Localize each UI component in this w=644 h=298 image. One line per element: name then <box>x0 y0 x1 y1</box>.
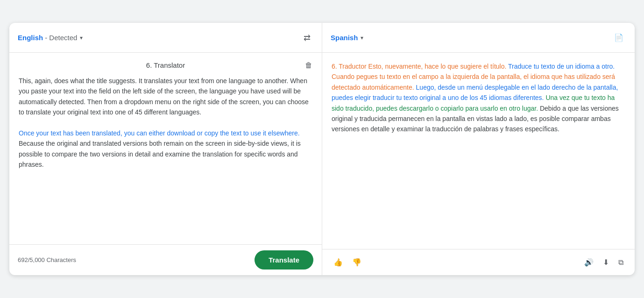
swap-languages-button[interactable]: ⇄ <box>301 30 313 46</box>
translated-seg1: Esto, nuevamente, hace lo que sugiere el… <box>368 63 507 70</box>
document-icon: 📄 <box>614 33 623 42</box>
translated-text-content: 6. Traductor Esto, nuevamente, hace lo q… <box>332 61 625 135</box>
thumbs-down-button[interactable]: 👎 <box>349 255 364 270</box>
right-panel-header: Spanish ▾ 📄 <box>322 23 635 53</box>
download-icon: ⬇ <box>603 258 609 267</box>
source-paragraph-2: Once your text has been translated, you … <box>19 128 312 170</box>
source-language-selector[interactable]: English - Detected ▾ <box>18 34 83 42</box>
left-panel-header: English - Detected ▾ ⇄ <box>9 23 322 53</box>
source-link-text: Once your text has been translated, you … <box>19 129 300 137</box>
right-panel-body: 6. Traductor Esto, nuevamente, hace lo q… <box>322 53 635 249</box>
source-paragraph-1: This, again, does what the title suggest… <box>19 76 312 118</box>
thumbs-up-button[interactable]: 👍 <box>331 255 346 270</box>
text-to-speech-button[interactable]: 🔊 <box>581 255 596 270</box>
target-lang-chevron-icon: ▾ <box>361 35 363 41</box>
left-panel-footer: 692/5,000 Characters Translate <box>9 244 322 275</box>
translated-heading: 6. Traductor <box>332 63 367 70</box>
speaker-icon: 🔊 <box>584 258 594 267</box>
panels-wrapper: English - Detected ▾ ⇄ 6. Translator 🗑 T… <box>9 23 635 275</box>
source-text-title: 6. Translator <box>19 61 312 69</box>
action-buttons: 🔊 ⬇ ⧉ <box>581 255 626 270</box>
source-lang-chevron-icon: ▾ <box>80 35 83 41</box>
source-lang-detected: - Detected <box>45 34 77 42</box>
translate-button[interactable]: Translate <box>255 250 313 270</box>
source-lang-name: English <box>18 34 43 42</box>
translated-seg2: Traduce tu texto de un idioma a otro. <box>508 63 615 70</box>
target-lang-name: Spanish <box>331 34 358 42</box>
left-panel: English - Detected ▾ ⇄ 6. Translator 🗑 T… <box>9 23 322 275</box>
right-panel: Spanish ▾ 📄 6. Traductor Esto, nuevament… <box>322 23 635 275</box>
delete-text-button[interactable]: 🗑 <box>303 59 314 71</box>
thumbs-up-icon: 👍 <box>333 258 343 267</box>
target-language-selector[interactable]: Spanish ▾ <box>331 34 363 42</box>
swap-icon: ⇄ <box>304 33 311 43</box>
source-text-content: This, again, does what the title suggest… <box>19 76 312 170</box>
left-panel-body: 6. Translator 🗑 This, again, does what t… <box>9 53 322 244</box>
source-after-link-text: Because the original and translated vers… <box>19 140 301 168</box>
right-header-icons: 📄 <box>611 30 626 45</box>
translator-container: English - Detected ▾ ⇄ 6. Translator 🗑 T… <box>9 23 635 275</box>
character-count: 692/5,000 Characters <box>18 256 76 263</box>
thumbs-down-icon: 👎 <box>352 258 361 267</box>
feedback-buttons: 👍 👎 <box>331 255 364 270</box>
copy-icon: ⧉ <box>618 258 623 267</box>
right-panel-footer: 👍 👎 🔊 ⬇ ⧉ <box>322 249 635 275</box>
copy-translation-button[interactable]: ⧉ <box>616 255 626 270</box>
download-translation-button[interactable]: ⬇ <box>600 255 612 270</box>
delete-icon: 🗑 <box>305 61 312 69</box>
document-view-button[interactable]: 📄 <box>611 30 626 45</box>
